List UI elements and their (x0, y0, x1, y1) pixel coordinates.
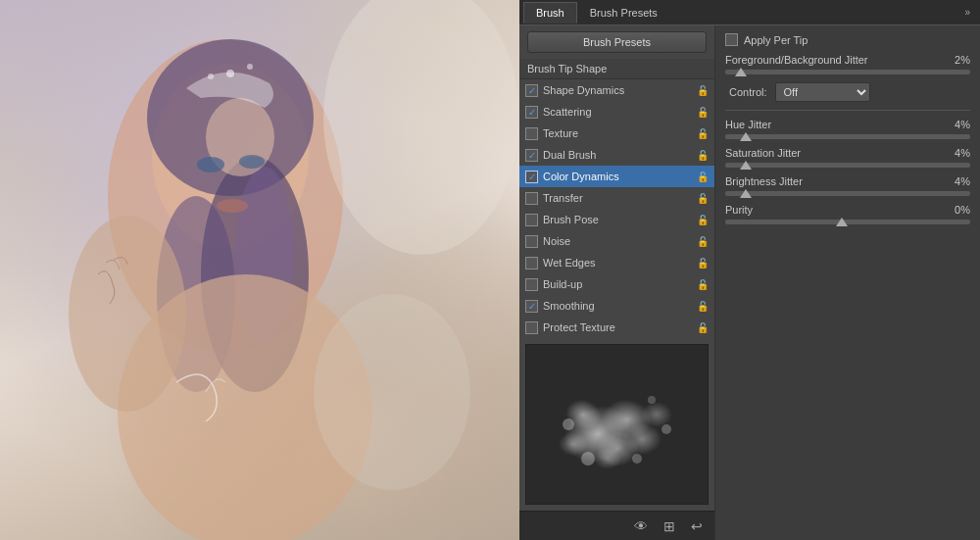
arrow-icon[interactable]: ↩ (687, 516, 707, 536)
apply-per-tip-checkbox[interactable] (725, 33, 738, 46)
hue-jitter-value: 4% (941, 119, 970, 130)
brush-item-dual-brush[interactable]: Dual Brush 🔓 (519, 144, 714, 166)
control-label: Control: (729, 86, 767, 98)
brush-item-wet-edges[interactable]: Wet Edges 🔓 (519, 252, 714, 273)
brush-item-noise[interactable]: Noise 🔓 (519, 230, 714, 252)
saturation-jitter-value: 4% (941, 147, 970, 159)
fg-bg-jitter-label: Foreground/Background Jitter (725, 54, 941, 66)
svg-point-29 (581, 452, 595, 466)
brightness-jitter-label: Brightness Jitter (725, 175, 941, 187)
svg-point-13 (208, 74, 214, 79)
tab-brush[interactable]: Brush (523, 2, 577, 24)
lock-smoothing: 🔓 (697, 301, 709, 312)
eye-icon[interactable]: 👁 (630, 516, 652, 536)
control-select[interactable]: Off Fade Pen Pressure Pen Tilt (775, 82, 870, 102)
label-noise: Noise (543, 235, 693, 247)
fg-bg-jitter-slider-track[interactable] (725, 70, 970, 74)
lock-protect-texture: 🔓 (697, 322, 709, 333)
checkbox-color-dynamics[interactable] (525, 171, 538, 183)
svg-point-28 (662, 424, 671, 434)
checkbox-smoothing[interactable] (525, 300, 538, 313)
purity-label: Purity (725, 204, 941, 216)
lock-texture: 🔓 (697, 128, 709, 139)
saturation-jitter-label: Saturation Jitter (725, 147, 941, 159)
tab-brush-presets[interactable]: Brush Presets (577, 2, 670, 24)
fg-bg-jitter-value: 2% (941, 54, 970, 66)
svg-point-11 (226, 70, 234, 77)
brush-item-brush-pose[interactable]: Brush Pose 🔓 (519, 209, 714, 230)
checkbox-scattering[interactable] (525, 106, 538, 119)
fg-bg-jitter-slider-container (725, 70, 970, 74)
label-transfer: Transfer (543, 192, 693, 204)
lock-wet-edges: 🔓 (697, 258, 709, 269)
purity-slider-container (725, 220, 970, 224)
brush-item-protect-texture[interactable]: Protect Texture 🔓 (519, 317, 714, 338)
brush-list-column: Brush Presets Brush Tip Shape Shape Dyna… (519, 25, 715, 540)
lock-noise: 🔓 (697, 236, 709, 247)
lock-scattering: 🔓 (697, 107, 709, 118)
brush-item-smoothing[interactable]: Smoothing 🔓 (519, 295, 714, 317)
grid-icon[interactable]: ⊞ (660, 516, 679, 536)
svg-point-31 (648, 396, 656, 404)
checkbox-texture[interactable] (525, 127, 538, 140)
label-dual-brush: Dual Brush (543, 149, 693, 161)
label-smoothing: Smoothing (543, 300, 693, 312)
saturation-jitter-slider-track[interactable] (725, 163, 970, 168)
brush-item-scattering[interactable]: Scattering 🔓 (519, 101, 714, 123)
hue-jitter-thumb[interactable] (740, 132, 752, 141)
brightness-jitter-slider-track[interactable] (725, 191, 970, 196)
svg-point-15 (239, 155, 265, 169)
fg-bg-jitter-thumb[interactable] (735, 68, 747, 76)
purity-row: Purity 0% (725, 204, 970, 216)
checkbox-shape-dynamics[interactable] (525, 84, 538, 97)
lock-dual-brush: 🔓 (697, 150, 709, 161)
divider-1 (725, 110, 970, 111)
brightness-jitter-row: Brightness Jitter 4% (725, 175, 970, 187)
label-protect-texture: Protect Texture (543, 321, 693, 333)
purity-slider-track[interactable] (725, 220, 970, 224)
checkbox-noise[interactable] (525, 235, 538, 248)
svg-point-25 (641, 402, 672, 427)
tab-bar: Brush Brush Presets » (519, 0, 980, 25)
checkbox-protect-texture[interactable] (525, 321, 538, 334)
svg-point-12 (247, 64, 253, 70)
label-color-dynamics: Color Dynamics (543, 171, 693, 182)
lock-shape-dynamics: 🔓 (697, 85, 709, 96)
brush-item-texture[interactable]: Texture 🔓 (519, 123, 714, 144)
tab-more-arrows[interactable]: » (958, 7, 976, 18)
saturation-jitter-row: Saturation Jitter 4% (725, 147, 970, 159)
brush-preview (525, 344, 709, 505)
svg-point-16 (217, 199, 248, 213)
svg-point-14 (197, 157, 224, 172)
lock-brush-pose: 🔓 (697, 215, 709, 225)
hue-jitter-row: Hue Jitter 4% (725, 119, 970, 130)
brush-tip-shape-label: Brush Tip Shape (519, 59, 714, 79)
svg-point-24 (559, 432, 588, 456)
brush-item-shape-dynamics[interactable]: Shape Dynamics 🔓 (519, 79, 714, 101)
brush-item-transfer[interactable]: Transfer 🔓 (519, 187, 714, 209)
fg-bg-jitter-row: Foreground/Background Jitter 2% (725, 54, 970, 66)
lock-color-dynamics: 🔓 (697, 172, 709, 182)
label-wet-edges: Wet Edges (543, 257, 693, 269)
label-scattering: Scattering (543, 106, 693, 118)
hue-jitter-label: Hue Jitter (725, 119, 941, 130)
hue-jitter-slider-track[interactable] (725, 134, 970, 139)
purity-value: 0% (941, 204, 970, 216)
checkbox-dual-brush[interactable] (525, 149, 538, 162)
svg-point-27 (563, 418, 574, 430)
checkbox-build-up[interactable] (525, 278, 538, 291)
brush-item-build-up[interactable]: Build-up 🔓 (519, 273, 714, 295)
label-texture: Texture (543, 127, 693, 139)
checkbox-transfer[interactable] (525, 192, 538, 205)
brightness-jitter-thumb[interactable] (740, 189, 752, 198)
checkbox-wet-edges[interactable] (525, 257, 538, 270)
purity-thumb[interactable] (836, 218, 848, 226)
brush-item-color-dynamics[interactable]: Color Dynamics 🔓 (519, 166, 714, 187)
checkbox-brush-pose[interactable] (525, 214, 538, 226)
lock-build-up: 🔓 (697, 279, 709, 290)
artwork-panel (0, 0, 519, 540)
saturation-jitter-thumb[interactable] (740, 161, 752, 170)
brush-panel: Brush Brush Presets » Brush Presets Brus… (519, 0, 980, 540)
hue-jitter-slider-container (725, 134, 970, 139)
brush-presets-button[interactable]: Brush Presets (527, 31, 707, 53)
